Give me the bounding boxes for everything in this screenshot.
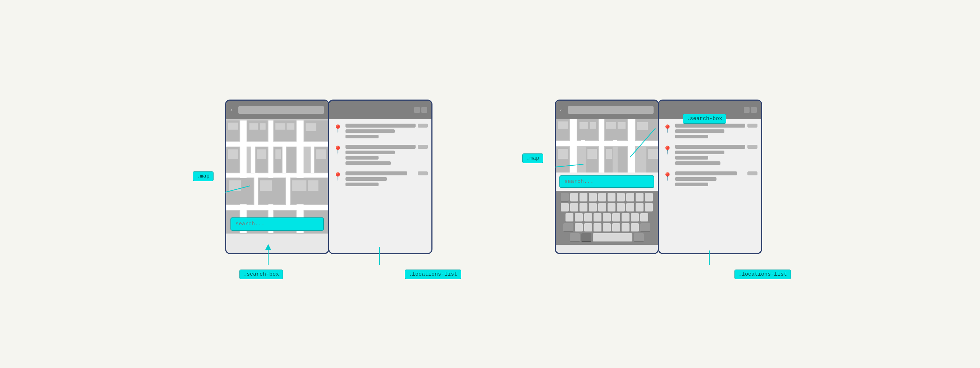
backspace-key[interactable]	[640, 223, 650, 232]
search-box-active-2	[556, 173, 658, 191]
location-item-r1: 📍	[663, 124, 757, 138]
key-4[interactable]	[589, 193, 597, 201]
key-26[interactable]	[612, 213, 620, 222]
key-28[interactable]	[631, 213, 639, 222]
key-5[interactable]	[598, 193, 606, 201]
keyboard-area-2	[556, 191, 658, 245]
svg-rect-33	[305, 123, 316, 131]
key-8[interactable]	[626, 193, 634, 201]
map-label-2: .map	[522, 154, 543, 163]
key-3[interactable]	[579, 193, 587, 201]
key-10[interactable]	[645, 193, 653, 201]
back-arrow-icon-2: ←	[560, 106, 565, 114]
key-9[interactable]	[636, 193, 644, 201]
svg-rect-69	[606, 149, 612, 159]
locations-list-1: 📍 📍	[329, 119, 431, 254]
search-input-1[interactable]	[231, 217, 324, 231]
key-29[interactable]	[640, 213, 648, 222]
svg-rect-28	[228, 122, 238, 130]
svg-rect-40	[292, 181, 306, 191]
svg-rect-34	[228, 149, 238, 159]
key-12[interactable]	[570, 203, 578, 212]
key-21[interactable]	[565, 213, 573, 222]
key-2[interactable]	[570, 193, 578, 201]
keyboard-row-3	[557, 213, 657, 222]
key-16[interactable]	[608, 203, 616, 212]
svg-rect-29	[250, 123, 258, 130]
locations-list-label-2: .locations-list	[735, 270, 791, 279]
svg-rect-70	[648, 149, 658, 159]
svg-rect-32	[286, 123, 294, 130]
pin-icon-r3: 📍	[663, 172, 672, 182]
search-box-label-2: .search-box	[683, 114, 726, 124]
key-15[interactable]	[598, 203, 606, 212]
key-17[interactable]	[617, 203, 625, 212]
right-app-frame-1: 📍 📍	[328, 100, 433, 254]
svg-rect-11	[310, 141, 314, 173]
pin-icon-r2: 📍	[663, 146, 672, 155]
app-header-2: ←	[556, 101, 658, 119]
header-icon-sq-2	[422, 107, 427, 113]
key-20[interactable]	[645, 203, 653, 212]
svg-rect-68	[587, 149, 597, 159]
header-title-bar-2	[568, 106, 654, 114]
svg-rect-9	[254, 173, 258, 205]
keyboard-row-2	[557, 203, 657, 212]
sym-key[interactable]	[570, 233, 580, 242]
map-svg-2	[556, 119, 658, 173]
location-item-2: 📍	[333, 145, 428, 165]
svg-rect-35	[257, 149, 266, 159]
svg-rect-38	[229, 181, 241, 191]
map-area-2	[556, 119, 658, 173]
key-25[interactable]	[603, 213, 611, 222]
key-35[interactable]	[622, 223, 630, 232]
key-6[interactable]	[608, 193, 616, 201]
search-input-2[interactable]	[559, 175, 654, 188]
svg-rect-39	[260, 181, 272, 191]
key-14[interactable]	[589, 203, 597, 212]
key-13[interactable]	[579, 203, 587, 212]
svg-rect-67	[558, 149, 568, 159]
loc-lines-1	[345, 124, 428, 138]
svg-rect-49	[556, 141, 658, 146]
diagram-1-section: ←	[196, 85, 454, 283]
keyboard-row-5	[557, 233, 657, 242]
key-7[interactable]	[617, 193, 625, 201]
key-23[interactable]	[584, 213, 592, 222]
return-key[interactable]	[634, 233, 644, 242]
space-key[interactable]	[593, 233, 632, 242]
key-36[interactable]	[631, 223, 639, 232]
mockup-pair-1: ←	[225, 100, 433, 254]
shift-key[interactable]	[563, 223, 573, 232]
locations-list-2: 📍 📍	[659, 119, 761, 254]
loc-lines-r2	[675, 145, 757, 165]
svg-rect-65	[617, 122, 625, 128]
key-24[interactable]	[593, 213, 601, 222]
key-33[interactable]	[603, 223, 611, 232]
svg-rect-59	[617, 147, 627, 173]
key-27[interactable]	[622, 213, 630, 222]
key-11[interactable]	[561, 203, 569, 212]
svg-rect-5	[226, 173, 328, 178]
svg-rect-37	[317, 149, 326, 159]
svg-rect-63	[590, 122, 596, 128]
key-19[interactable]	[636, 203, 644, 212]
map-area-1	[226, 119, 328, 234]
header-icons-1	[414, 107, 427, 113]
svg-rect-8	[283, 141, 286, 173]
search-box-container-1	[226, 214, 328, 234]
pin-icon-1: 📍	[333, 124, 343, 134]
back-arrow-icon-1: ←	[231, 106, 235, 114]
key-31[interactable]	[584, 223, 592, 232]
svg-rect-30	[260, 123, 266, 130]
key-30[interactable]	[575, 223, 583, 232]
key-22[interactable]	[575, 213, 583, 222]
svg-rect-66	[637, 122, 648, 130]
key-34[interactable]	[612, 223, 620, 232]
emoji-key[interactable]	[581, 233, 591, 242]
key-1[interactable]	[561, 193, 569, 201]
key-18[interactable]	[626, 203, 634, 212]
key-32[interactable]	[593, 223, 601, 232]
svg-rect-41	[308, 181, 318, 191]
header-icon-sq-3	[744, 107, 749, 113]
